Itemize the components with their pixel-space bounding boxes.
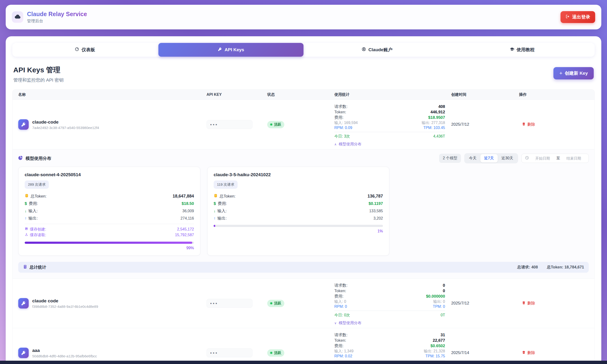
model-output: 274,116: [181, 216, 194, 221]
date-range-picker: 至: [521, 154, 589, 163]
delete-button[interactable]: 删除: [519, 122, 589, 127]
range-7d[interactable]: 近7天: [480, 154, 498, 162]
key-name: claude-code: [32, 119, 99, 125]
col-api-key: API KEY: [207, 92, 267, 97]
usage-progress-bar: [25, 242, 194, 244]
model-total-token: 136,787: [368, 194, 383, 199]
masked-api-key[interactable]: ●●●: [207, 299, 253, 308]
tab-api-keys[interactable]: API Keys: [158, 43, 304, 57]
plus-icon: +: [559, 71, 562, 76]
model-panel-title: 模型使用分布: [26, 156, 51, 161]
rate-line: RPM: 0.02 TPM: 15.75: [334, 353, 445, 359]
model-distribution-panel: 模型使用分布 2 个模型 今天 近7天 近30天: [13, 149, 594, 278]
model-input: 133,585: [369, 209, 383, 213]
usage-percent: 1%: [214, 229, 383, 233]
chevron-down-icon: ∨: [334, 322, 337, 325]
end-date-input[interactable]: [562, 156, 585, 161]
stat-label: 费用:: [334, 343, 344, 349]
input-arrow-icon: ↓: [214, 209, 216, 213]
stat-value: 31: [440, 332, 445, 338]
status-dot-icon: [270, 352, 272, 354]
usage-progress-fill: [25, 242, 192, 244]
key-badge-icon: [18, 348, 29, 358]
io-line: 输入: 1,349 输出: 21,328: [334, 349, 445, 353]
status-dot-icon: [270, 302, 272, 304]
col-usage: 使用统计: [334, 92, 451, 97]
totals-bar: 总计统计 总请求: 408 总Token: 18,784,671: [18, 262, 589, 273]
rate-line: RPM: 0.09 TPM: 103.45: [334, 125, 445, 130]
model-input: 36,009: [182, 209, 194, 213]
stat-label: 请求数:: [334, 104, 348, 109]
output-arrow-icon: ↑: [25, 216, 26, 221]
col-actions: 操作: [519, 92, 589, 97]
range-today[interactable]: 今天: [465, 154, 480, 162]
delete-button[interactable]: 删除: [519, 350, 589, 355]
masked-api-key[interactable]: ●●●: [207, 120, 253, 129]
status-badge: 活跃: [267, 121, 284, 128]
range-segmented-control: 今天 近7天 近30天: [464, 153, 518, 163]
model-distribution-toggle[interactable]: ∧ 模型使用分布: [334, 142, 362, 147]
table-row: claude-code 7a4e2492-3c38-4797-a540-5539…: [13, 100, 594, 149]
status-cell: 活跃: [267, 300, 334, 307]
key-name: claude code: [32, 298, 98, 303]
page-title: API Keys 管理: [13, 65, 64, 75]
table-row: claude code f398d8b8-7352-4a88-9a1f-6b1e…: [13, 278, 594, 328]
section-header: API Keys 管理 管理和监控您的 API 密钥 + 创建新 Key: [13, 65, 594, 83]
main-card: 仪表板 API Keys Claude账户 使用教程: [6, 36, 601, 364]
model-cards: claude-sonnet-4-20250514 289 次请求 总Token:…: [18, 167, 589, 256]
table-header: 名称 API KEY 状态 使用统计 创建时间 操作: [13, 90, 594, 100]
key-name-cell: claude-code 7a4e2492-3c38-4797-a540-5539…: [18, 119, 207, 130]
masked-api-key[interactable]: ●●●: [207, 348, 253, 357]
stat-value: $0.000000: [426, 294, 445, 299]
tab-bar: 仪表板 API Keys Claude账户 使用教程: [12, 43, 595, 57]
tab-tutorial-label: 使用教程: [517, 47, 535, 53]
status-cell: 活跃: [267, 121, 334, 128]
rate-line: RPM: 0 TPM: 0: [334, 304, 445, 309]
total-tokens: 总Token: 18,784,671: [547, 265, 584, 270]
api-key-cell: ●●●: [207, 299, 267, 308]
bottom-strip: [0, 361, 607, 364]
io-line: 输入: 0 输出: 0: [334, 299, 445, 304]
tab-claude-account[interactable]: Claude账户: [304, 43, 450, 57]
stat-label: 请求数:: [334, 283, 348, 288]
create-key-label: 创建新 Key: [565, 70, 588, 76]
floppy-icon: [25, 226, 28, 232]
model-output: 3,202: [374, 216, 383, 221]
divider: [334, 311, 445, 311]
tab-tutorial[interactable]: 使用教程: [450, 43, 595, 57]
tab-claude-account-label: Claude账户: [368, 47, 392, 53]
model-requests-badge: 119 次请求: [214, 181, 238, 189]
delete-button[interactable]: 删除: [519, 301, 589, 306]
key-icon: [218, 47, 222, 53]
create-key-button[interactable]: + 创建新 Key: [554, 67, 594, 79]
user-icon: [362, 47, 366, 53]
start-date-input[interactable]: [531, 156, 554, 161]
model-panel-header: 模型使用分布 2 个模型 今天 近7天 近30天: [18, 153, 589, 163]
table-row: aaa 50dd6db8-4df0-4d8e-a12b-95afb6e6fbcc…: [13, 328, 594, 364]
col-status: 状态: [267, 92, 334, 97]
logout-button[interactable]: 退出登录: [561, 11, 595, 23]
stat-value: $0.6502: [431, 343, 445, 349]
tab-dashboard[interactable]: 仪表板: [12, 43, 157, 57]
stat-value: 0: [443, 288, 445, 294]
usage-stats-cell: 请求数:0 Token:0 费用:$0.000000 输入: 0 输出: 0 R…: [334, 279, 451, 328]
stat-label: Token:: [334, 109, 346, 115]
key-id: 50dd6db8-4df0-4d8e-a12b-95afb6e6fbcc: [32, 354, 97, 358]
app-title: Claude Relay Service: [27, 11, 87, 18]
model-cost: $18.50: [182, 201, 194, 206]
page-subtitle: 管理和监控您的 API 密钥: [13, 77, 64, 83]
created-date: 2025/7/14: [451, 351, 519, 355]
range-30d[interactable]: 近30天: [498, 154, 517, 162]
status-badge: 活跃: [267, 300, 284, 307]
key-name-cell: claude code f398d8b8-7352-4a88-9a1f-6b1e…: [18, 298, 207, 309]
api-key-cell: ●●●: [207, 120, 267, 129]
coins-icon: [25, 194, 29, 199]
cache-read-value: 15,792,587: [175, 232, 194, 238]
trash-icon: [522, 122, 526, 127]
stat-value: 22,677: [433, 338, 445, 343]
download-icon: [25, 232, 28, 238]
model-requests-badge: 289 次请求: [25, 181, 49, 189]
delete-label: 删除: [527, 350, 535, 355]
tab-dashboard-label: 仪表板: [82, 47, 95, 53]
model-distribution-toggle[interactable]: ∨ 模型使用分布: [334, 321, 362, 325]
